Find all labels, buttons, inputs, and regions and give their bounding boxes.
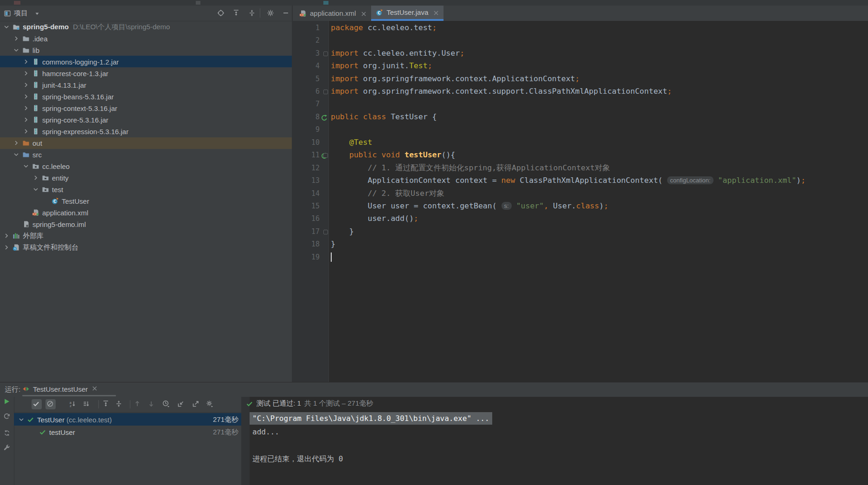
chevron-right-icon[interactable] [22,81,30,89]
tree-item-hamcrest-core-jar[interactable]: hamcrest-core-1.3.jar [0,67,293,79]
tree-item-commons-logging-jar[interactable]: commons-logging-1.2.jar [0,56,293,67]
chevron-right-icon[interactable] [22,104,30,112]
code-line-8[interactable]: 8public class TestUser { [293,111,868,123]
code-line-16[interactable]: 16 user.add(); [293,213,868,225]
import-test-results-button[interactable] [177,400,186,408]
code-line-11[interactable]: 11 public void testUser(){ [293,149,868,161]
code-line-15[interactable]: 15 User user = context.getBean( s: "user… [293,200,868,212]
code-line-13[interactable]: 13 ApplicationContext context = new Clas… [293,175,868,187]
expand-all-button[interactable] [102,400,110,408]
settings-button[interactable] [267,9,274,17]
tree-item-spring-expression-jar[interactable]: spring-expression-5.3.16.jar [0,125,293,137]
rerun-button[interactable] [3,398,11,405]
tree-item-cc-leeleo-package[interactable]: cc.leeleo [0,161,293,172]
tree-item-idea-folder[interactable]: .idea [0,32,293,44]
export-test-results-button[interactable] [192,400,200,408]
fold-marker[interactable] [323,230,328,234]
chevron-down-icon[interactable] [3,23,10,31]
code-line-18[interactable]: 18} [293,238,868,250]
tree-item-testuser-class[interactable]: CTestUser [0,195,293,207]
chevron-down-icon[interactable] [33,10,41,17]
code-line-1[interactable]: 1package cc.leeleo.test; [293,22,868,34]
run-test-gutter-icon[interactable] [321,113,328,121]
test-settings-button[interactable] [206,400,214,408]
refresh-button[interactable] [3,429,11,437]
code-line-5[interactable]: 5import org.springframework.context.Appl… [293,73,868,85]
sort-alphabetically-button[interactable]: az [69,400,77,408]
chevron-right-icon[interactable] [22,58,30,65]
chevron-right-icon[interactable] [22,93,30,100]
chevron-down-icon[interactable] [18,416,25,423]
previous-occurrence-button[interactable] [134,400,142,408]
code-line-2[interactable]: 2 [293,34,868,46]
show-passed-button[interactable] [32,399,42,409]
tree-item-entity-package[interactable]: entity [0,172,293,184]
chevron-right-icon[interactable] [22,70,30,77]
console-line[interactable] [250,439,255,452]
hide-panel-button[interactable] [282,9,289,17]
rerun-failed-button[interactable] [3,413,11,420]
chevron-right-icon[interactable] [32,174,39,181]
tree-item-lib-folder[interactable]: lib [0,44,293,56]
code-line-6[interactable]: 6import org.springframework.context.supp… [293,85,868,97]
collapse-all-button[interactable] [115,400,123,408]
run-tab[interactable]: TestUser.testUser [22,382,98,395]
tree-item-test-package[interactable]: test [0,184,293,195]
code-line-7[interactable]: 7 [293,98,868,110]
next-occurrence-button[interactable] [148,400,156,408]
tree-item-spring-core-jar[interactable]: spring-core-5.3.16.jar [0,114,293,125]
tree-item-src-folder[interactable]: src [0,149,293,161]
close-icon[interactable] [360,10,366,17]
chevron-right-icon[interactable] [22,128,30,135]
editor-tab-application-xml[interactable]: <>application.xml [295,6,371,21]
close-icon[interactable] [91,385,98,394]
code-line-19[interactable]: 19 [293,251,868,263]
test-history-button[interactable] [162,400,171,408]
chevron-right-icon[interactable] [13,35,20,42]
settings-wrench-button[interactable] [3,444,11,452]
tree-item-scratches-and-consoles[interactable]: 草稿文件和控制台 [0,242,293,253]
fold-marker[interactable] [323,90,328,94]
code-line-17[interactable]: 17 } [293,226,868,238]
code-line-10[interactable]: 10 @Test [293,136,868,149]
tree-item-external-libraries[interactable]: 外部库 [0,230,293,242]
console-line[interactable]: "C:\Program Files\Java\jdk1.8.0_301\bin\… [250,412,492,425]
chevron-down-icon[interactable] [13,46,20,54]
console[interactable]: 测试 已通过: 1 共 1 个测试 – 271毫秒 "C:\Program Fi… [250,397,868,485]
code-line-9[interactable]: 9 [293,123,868,136]
chevron-down-icon[interactable] [32,186,39,193]
test-result-testuser-class[interactable]: TestUser (cc.leeleo.test)271毫秒 [14,413,241,426]
chevron-down-icon[interactable] [13,151,20,158]
fold-marker[interactable] [323,52,328,56]
code-line-12[interactable]: 12 // 1. 通过配置文件初始化spring,获得ApplicationCo… [293,162,868,174]
tree-item-spring5-demo-root[interactable]: spring5-demoD:\LEO\个人项目\spring5-demo [0,21,293,32]
code-line-14[interactable]: 14 // 2. 获取User对象 [293,188,868,200]
test-result-testuser-method[interactable]: testUser271毫秒 [14,426,241,438]
tree-item-application-xml-file[interactable]: <>application.xml [0,207,293,219]
tree-item-spring5-demo-iml-file[interactable]: spring5-demo.iml [0,219,293,230]
select-opened-file-button[interactable] [217,9,225,17]
tree-item-junit-jar[interactable]: junit-4.13.1.jar [0,79,293,91]
sort-by-duration-button[interactable] [83,400,91,408]
expand-all-button[interactable] [232,9,240,17]
fold-marker[interactable] [323,153,328,158]
chevron-right-icon[interactable] [22,116,30,123]
project-panel-title[interactable]: 项目 [14,9,28,18]
show-ignored-button[interactable] [45,399,56,409]
collapse-all-button[interactable] [248,9,256,17]
tree-item-out-folder[interactable]: out [0,137,293,149]
chevron-right-icon[interactable] [13,139,20,147]
code-line-4[interactable]: 4import org.junit.Test; [293,60,868,72]
console-line[interactable]: 进程已结束，退出代码为 0 [250,453,346,465]
code-line-3[interactable]: 3import cc.leeleo.entity.User; [293,47,868,59]
editor-tab-testuser-java[interactable]: CTestUser.java [371,6,444,21]
code-editor[interactable]: 1package cc.leeleo.test;23import cc.leel… [293,21,868,382]
tree-item-spring-beans-jar[interactable]: spring-beans-5.3.16.jar [0,91,293,102]
console-line[interactable]: add... [250,426,282,438]
close-icon[interactable] [432,9,439,16]
chevron-right-icon[interactable] [3,244,10,251]
chevron-right-icon[interactable] [3,232,10,239]
chevron-down-icon[interactable] [22,162,30,170]
console-splitter[interactable] [241,397,250,485]
tree-item-spring-context-jar[interactable]: spring-context-5.3.16.jar [0,102,293,114]
